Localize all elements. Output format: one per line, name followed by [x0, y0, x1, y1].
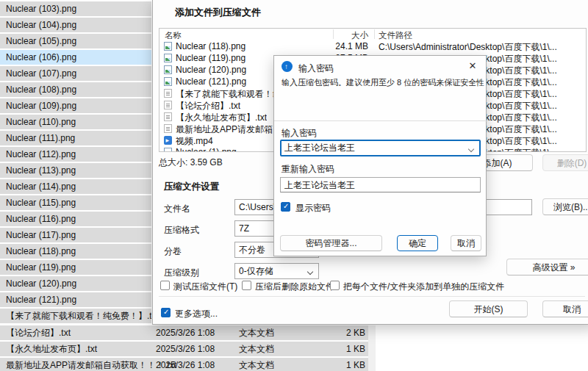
divider — [159, 296, 585, 297]
explorer-cell-date: 2025/3/26 1:08 — [156, 325, 215, 340]
chevron-down-icon — [468, 146, 474, 152]
start-button[interactable]: 开始(S) — [449, 300, 528, 317]
image-file-icon — [164, 77, 172, 86]
password-manager-button[interactable]: 密码管理器... — [280, 235, 382, 251]
enter-password-label: 输入密码 — [282, 127, 317, 140]
image-file-icon — [164, 54, 172, 62]
explorer-file-row[interactable]: 【论坛介绍】.txt2025/3/26 1:08文本文档2 KB — [0, 325, 373, 340]
password-value: 上老王论坛当老王 — [284, 143, 355, 153]
explorer-file-row[interactable]: Nuclear (107).png — [0, 66, 151, 81]
explorer-file-row[interactable]: Nuclear (115).png — [0, 195, 151, 210]
reenter-password-label: 重新输入密码 — [282, 163, 334, 176]
explorer-cell-type: 文本文档 — [239, 358, 274, 371]
explorer-file-row[interactable]: Nuclear (117).png — [0, 228, 151, 242]
column-divider[interactable] — [374, 29, 375, 39]
password-input[interactable]: 上老王论坛当老王 — [280, 140, 481, 156]
archive-list-row[interactable]: Nuclear (118).png24.1 MBC:\Users\Adminis… — [159, 40, 586, 52]
chevron-down-icon — [307, 269, 313, 275]
password-dialog: 输入密码 ✕ 输入压缩包密码。建议使用至少 8 位的密码来保证安全性。 输入密码… — [273, 55, 487, 256]
cell-size: 24.1 MB — [335, 41, 368, 51]
explorer-cell-size: 2 KB — [346, 325, 365, 340]
explorer-file-row[interactable]: Nuclear (103).png — [0, 1, 151, 16]
password-dialog-icon — [282, 61, 293, 72]
column-name[interactable]: 名称 — [165, 30, 182, 41]
volume-label: 分卷 — [164, 245, 182, 258]
list-header[interactable]: 名称 大小 文件路径 — [159, 29, 586, 40]
column-path[interactable]: 文件路径 — [379, 30, 412, 41]
level-label: 压缩级别 — [164, 267, 199, 279]
ok-button[interactable]: 确定 — [397, 235, 438, 251]
explorer-cell-date: 2025/3/26 1:08 — [156, 342, 215, 356]
explorer-file-row[interactable]: Nuclear (109).png — [0, 98, 151, 113]
explorer-cell-size: 1 KB — [346, 358, 365, 371]
cell-name: Nuclear (118).png — [176, 41, 245, 51]
explorer-file-row[interactable]: Nuclear (110).png — [0, 115, 151, 129]
password-dialog-title: 输入密码 — [298, 62, 334, 75]
test-archive-label: 测试压缩文件(T) — [173, 281, 237, 293]
level-select[interactable]: 0-仅存储 — [234, 263, 319, 279]
browse-button[interactable]: 浏览(B)... — [542, 198, 588, 215]
show-password-checkbox[interactable] — [281, 202, 290, 212]
explorer-cell-size: 1 KB — [346, 342, 365, 356]
explorer-file-row[interactable]: Nuclear (119).png — [0, 260, 151, 275]
explorer-file-row[interactable]: Nuclear (114).png — [0, 179, 151, 194]
explorer-file-row[interactable]: Nuclear (106).png — [0, 50, 151, 65]
separate-archives-label: 把每个文件/文件夹添加到单独的压缩文件 — [343, 281, 504, 293]
cell-name: Nuclear (1).png — [176, 147, 237, 152]
explorer-file-row[interactable]: Nuclear (120).png — [0, 276, 151, 291]
delete-after-label: 压缩后删除原始文件 — [255, 281, 334, 293]
column-size[interactable]: 大小 — [351, 30, 368, 41]
show-password-label: 显示密码 — [295, 202, 331, 215]
explorer-cell-type: 文本文档 — [239, 342, 274, 356]
test-archive-checkbox[interactable] — [160, 281, 170, 290]
explorer-file-row[interactable]: Nuclear (104).png — [0, 18, 151, 32]
explorer-scrollbar[interactable] — [368, 325, 376, 371]
explorer-file-row[interactable]: 最新地址及APP请发邮箱自动获取！！！.txt2025/3/26 1:08文本文… — [0, 358, 373, 371]
delete-after-checkbox[interactable] — [242, 281, 251, 290]
total-size-label: 总大小: 3.59 GB — [159, 156, 223, 169]
explorer-cell-name: 【论坛介绍】.txt — [6, 325, 71, 340]
text-file-icon — [164, 112, 172, 121]
image-file-icon — [164, 65, 172, 74]
explorer-file-row[interactable]: Nuclear (105).png — [0, 34, 151, 48]
separate-archives-checkbox[interactable] — [330, 281, 340, 290]
explorer-cell-type: 文本文档 — [239, 325, 274, 340]
close-icon[interactable]: ✕ — [467, 60, 478, 72]
password-hint: 输入压缩包密码。建议使用至少 8 位的密码来保证安全性。 — [282, 77, 484, 88]
delete-button[interactable]: 删除(D) — [542, 154, 588, 171]
explorer-cell-name: 最新地址及APP请发邮箱自动获取！！！.txt — [6, 358, 176, 371]
text-file-icon — [164, 124, 172, 133]
explorer-file-row[interactable]: Nuclear (113).png — [0, 163, 151, 178]
explorer-cell-date: 2025/3/26 1:08 — [156, 358, 215, 371]
filename-label: 文件名 — [164, 203, 190, 215]
explorer-file-row[interactable]: 【永久地址发布页】.txt2025/3/26 1:08文本文档1 KB — [0, 342, 373, 356]
text-file-icon — [164, 89, 172, 98]
dialog-title: 添加文件到压缩文件 — [175, 6, 261, 19]
more-options-label: 更多选项... — [175, 308, 218, 320]
image-file-icon — [164, 148, 172, 152]
image-file-icon — [164, 42, 172, 51]
cancel-button[interactable]: 取消 — [542, 300, 588, 317]
explorer-file-row[interactable]: Nuclear (121).png — [0, 292, 151, 307]
explorer-file-row[interactable]: Nuclear (112).png — [0, 147, 151, 162]
more-options-checkbox[interactable] — [161, 308, 171, 317]
explorer-file-row[interactable]: Nuclear (118).png — [0, 244, 151, 259]
cancel-button[interactable]: 取消 — [451, 235, 481, 251]
explorer-file-row[interactable]: Nuclear (108).png — [0, 82, 151, 97]
explorer-file-row[interactable]: Nuclear (116).png — [0, 212, 151, 226]
explorer-file-row[interactable]: Nuclear (111).png — [0, 131, 151, 145]
column-divider[interactable] — [333, 29, 334, 39]
cell-name: Nuclear (121).png — [176, 76, 246, 87]
settings-header: 压缩文件设置 — [164, 181, 219, 193]
reenter-password-input[interactable]: 上老王论坛当老王 — [280, 177, 481, 192]
explorer-cell-name: 【永久地址发布页】.txt — [6, 342, 97, 356]
advanced-settings-button[interactable]: 高级设置 » — [506, 259, 588, 275]
explorer-file-row[interactable]: 【来了就能下载和观看！纯免费！】.txt — [0, 309, 151, 323]
level-value: 0-仅存储 — [239, 266, 273, 276]
video-file-icon — [164, 136, 172, 145]
text-file-icon — [164, 101, 172, 109]
desktop: Nuclear (103).pngNuclear (104).pngNuclea… — [0, 0, 588, 371]
cell-name: Nuclear (119).png — [176, 53, 245, 63]
divider — [274, 120, 487, 121]
format-label: 压缩格式 — [164, 224, 199, 237]
